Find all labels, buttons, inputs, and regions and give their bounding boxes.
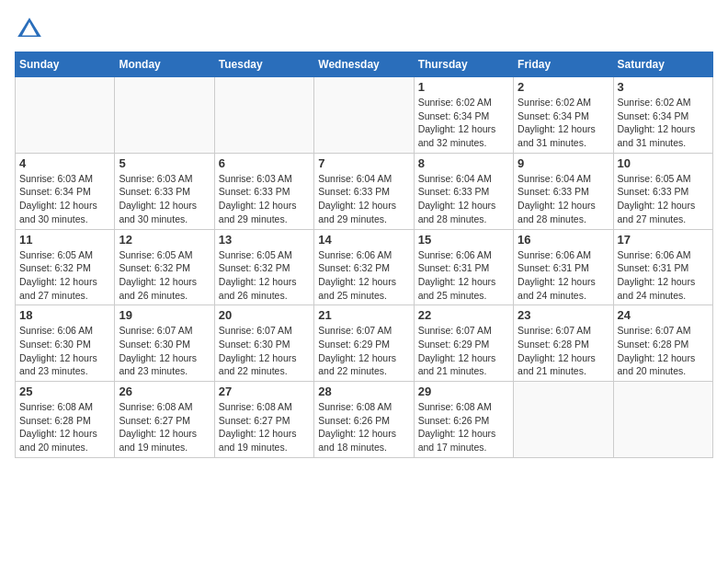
day-number: 25 <box>19 385 110 398</box>
day-info: Sunrise: 6:07 AM Sunset: 6:30 PM Dayligh… <box>219 324 310 378</box>
calendar-cell <box>115 77 214 154</box>
day-info: Sunrise: 6:07 AM Sunset: 6:30 PM Dayligh… <box>119 324 210 378</box>
day-number: 28 <box>318 385 409 398</box>
day-info: Sunrise: 6:07 AM Sunset: 6:29 PM Dayligh… <box>418 324 509 378</box>
day-number: 14 <box>318 233 409 247</box>
day-number: 19 <box>119 308 210 322</box>
calendar-cell: 5Sunrise: 6:03 AM Sunset: 6:33 PM Daylig… <box>115 153 214 229</box>
header-monday: Monday <box>115 52 214 77</box>
day-number: 1 <box>418 80 509 94</box>
calendar-cell: 13Sunrise: 6:05 AM Sunset: 6:32 PM Dayli… <box>214 229 313 305</box>
calendar-cell <box>314 77 414 154</box>
calendar-cell <box>16 77 115 154</box>
day-number: 29 <box>418 385 509 398</box>
calendar-cell: 19Sunrise: 6:07 AM Sunset: 6:30 PM Dayli… <box>115 305 214 382</box>
day-number: 20 <box>219 308 310 322</box>
day-info: Sunrise: 6:08 AM Sunset: 6:26 PM Dayligh… <box>318 400 409 454</box>
calendar-cell: 25Sunrise: 6:08 AM Sunset: 6:28 PM Dayli… <box>16 382 115 458</box>
calendar-cell: 24Sunrise: 6:07 AM Sunset: 6:28 PM Dayli… <box>613 305 712 382</box>
day-info: Sunrise: 6:06 AM Sunset: 6:31 PM Dayligh… <box>518 248 609 303</box>
calendar-cell: 28Sunrise: 6:08 AM Sunset: 6:26 PM Dayli… <box>314 382 414 458</box>
day-number: 21 <box>318 308 409 322</box>
day-info: Sunrise: 6:07 AM Sunset: 6:28 PM Dayligh… <box>518 324 609 378</box>
calendar: SundayMondayTuesdayWednesdayThursdayFrid… <box>15 52 713 458</box>
day-info: Sunrise: 6:05 AM Sunset: 6:33 PM Dayligh… <box>618 172 709 226</box>
day-number: 24 <box>618 308 709 322</box>
calendar-cell: 4Sunrise: 6:03 AM Sunset: 6:34 PM Daylig… <box>16 153 115 229</box>
calendar-cell <box>214 77 313 154</box>
day-info: Sunrise: 6:03 AM Sunset: 6:33 PM Dayligh… <box>219 172 310 226</box>
page-header <box>15 15 713 44</box>
day-number: 16 <box>518 233 609 247</box>
day-number: 8 <box>418 156 509 170</box>
day-number: 12 <box>119 233 210 247</box>
calendar-cell: 20Sunrise: 6:07 AM Sunset: 6:30 PM Dayli… <box>214 305 313 382</box>
calendar-cell: 23Sunrise: 6:07 AM Sunset: 6:28 PM Dayli… <box>514 305 613 382</box>
calendar-cell: 7Sunrise: 6:04 AM Sunset: 6:33 PM Daylig… <box>314 153 414 229</box>
day-number: 2 <box>518 80 609 94</box>
day-number: 10 <box>618 156 709 170</box>
day-number: 11 <box>19 233 110 247</box>
calendar-cell: 3Sunrise: 6:02 AM Sunset: 6:34 PM Daylig… <box>613 77 712 154</box>
day-info: Sunrise: 6:07 AM Sunset: 6:29 PM Dayligh… <box>318 324 409 378</box>
calendar-cell: 15Sunrise: 6:06 AM Sunset: 6:31 PM Dayli… <box>414 229 513 305</box>
day-info: Sunrise: 6:05 AM Sunset: 6:32 PM Dayligh… <box>19 248 110 303</box>
calendar-cell: 22Sunrise: 6:07 AM Sunset: 6:29 PM Dayli… <box>414 305 513 382</box>
calendar-cell: 11Sunrise: 6:05 AM Sunset: 6:32 PM Dayli… <box>16 229 115 305</box>
day-number: 27 <box>219 385 310 398</box>
day-info: Sunrise: 6:06 AM Sunset: 6:31 PM Dayligh… <box>418 248 509 303</box>
calendar-header-row: SundayMondayTuesdayWednesdayThursdayFrid… <box>16 52 713 77</box>
day-info: Sunrise: 6:02 AM Sunset: 6:34 PM Dayligh… <box>418 96 509 150</box>
day-info: Sunrise: 6:08 AM Sunset: 6:27 PM Dayligh… <box>119 400 210 454</box>
day-number: 9 <box>518 156 609 170</box>
day-info: Sunrise: 6:06 AM Sunset: 6:30 PM Dayligh… <box>19 324 110 378</box>
calendar-cell <box>514 382 613 458</box>
day-info: Sunrise: 6:06 AM Sunset: 6:32 PM Dayligh… <box>318 248 409 303</box>
logo <box>15 15 48 44</box>
header-wednesday: Wednesday <box>314 52 414 77</box>
week-row-3: 11Sunrise: 6:05 AM Sunset: 6:32 PM Dayli… <box>16 229 713 305</box>
calendar-cell: 10Sunrise: 6:05 AM Sunset: 6:33 PM Dayli… <box>613 153 712 229</box>
calendar-cell: 16Sunrise: 6:06 AM Sunset: 6:31 PM Dayli… <box>514 229 613 305</box>
day-info: Sunrise: 6:04 AM Sunset: 6:33 PM Dayligh… <box>418 172 509 226</box>
day-info: Sunrise: 6:08 AM Sunset: 6:28 PM Dayligh… <box>19 400 110 454</box>
calendar-cell: 26Sunrise: 6:08 AM Sunset: 6:27 PM Dayli… <box>115 382 214 458</box>
header-sunday: Sunday <box>16 52 115 77</box>
day-info: Sunrise: 6:03 AM Sunset: 6:33 PM Dayligh… <box>119 172 210 226</box>
day-number: 15 <box>418 233 509 247</box>
day-info: Sunrise: 6:08 AM Sunset: 6:26 PM Dayligh… <box>418 400 509 454</box>
header-friday: Friday <box>514 52 613 77</box>
calendar-cell: 1Sunrise: 6:02 AM Sunset: 6:34 PM Daylig… <box>414 77 513 154</box>
week-row-2: 4Sunrise: 6:03 AM Sunset: 6:34 PM Daylig… <box>16 153 713 229</box>
week-row-1: 1Sunrise: 6:02 AM Sunset: 6:34 PM Daylig… <box>16 77 713 154</box>
calendar-cell: 18Sunrise: 6:06 AM Sunset: 6:30 PM Dayli… <box>16 305 115 382</box>
day-number: 17 <box>618 233 709 247</box>
day-number: 5 <box>119 156 210 170</box>
day-number: 22 <box>418 308 509 322</box>
header-tuesday: Tuesday <box>214 52 313 77</box>
day-number: 6 <box>219 156 310 170</box>
calendar-cell: 2Sunrise: 6:02 AM Sunset: 6:34 PM Daylig… <box>514 77 613 154</box>
day-number: 18 <box>19 308 110 322</box>
calendar-cell: 27Sunrise: 6:08 AM Sunset: 6:27 PM Dayli… <box>214 382 313 458</box>
day-info: Sunrise: 6:05 AM Sunset: 6:32 PM Dayligh… <box>119 248 210 303</box>
day-number: 23 <box>518 308 609 322</box>
calendar-cell: 9Sunrise: 6:04 AM Sunset: 6:33 PM Daylig… <box>514 153 613 229</box>
day-number: 4 <box>19 156 110 170</box>
day-info: Sunrise: 6:02 AM Sunset: 6:34 PM Dayligh… <box>518 96 609 150</box>
day-number: 3 <box>618 80 709 94</box>
day-info: Sunrise: 6:08 AM Sunset: 6:27 PM Dayligh… <box>219 400 310 454</box>
calendar-cell: 17Sunrise: 6:06 AM Sunset: 6:31 PM Dayli… <box>613 229 712 305</box>
day-info: Sunrise: 6:04 AM Sunset: 6:33 PM Dayligh… <box>318 172 409 226</box>
calendar-cell <box>613 382 712 458</box>
day-number: 13 <box>219 233 310 247</box>
logo-icon <box>15 15 44 44</box>
header-saturday: Saturday <box>613 52 712 77</box>
week-row-4: 18Sunrise: 6:06 AM Sunset: 6:30 PM Dayli… <box>16 305 713 382</box>
calendar-cell: 6Sunrise: 6:03 AM Sunset: 6:33 PM Daylig… <box>214 153 313 229</box>
calendar-cell: 12Sunrise: 6:05 AM Sunset: 6:32 PM Dayli… <box>115 229 214 305</box>
calendar-cell: 29Sunrise: 6:08 AM Sunset: 6:26 PM Dayli… <box>414 382 513 458</box>
day-info: Sunrise: 6:05 AM Sunset: 6:32 PM Dayligh… <box>219 248 310 303</box>
header-thursday: Thursday <box>414 52 513 77</box>
calendar-cell: 8Sunrise: 6:04 AM Sunset: 6:33 PM Daylig… <box>414 153 513 229</box>
